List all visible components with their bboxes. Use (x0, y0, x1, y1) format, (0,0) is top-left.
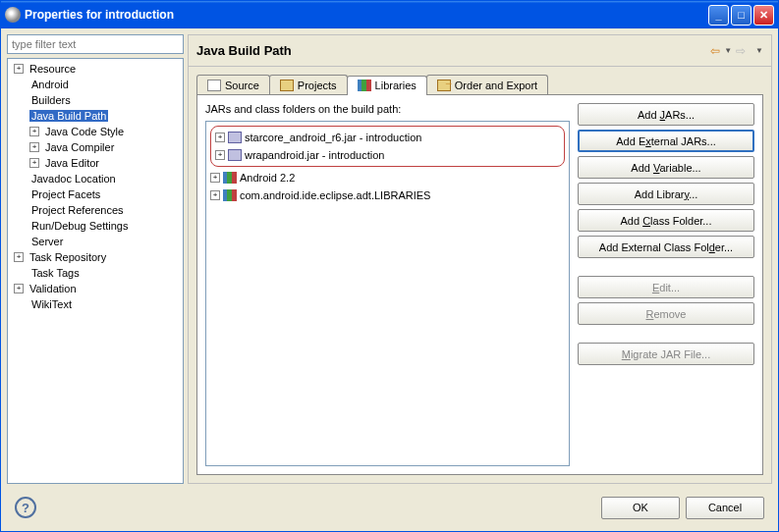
expand-icon[interactable]: + (210, 190, 220, 200)
back-menu-icon[interactable]: ▼ (724, 46, 732, 55)
tree-item-label: Project Facets (29, 188, 102, 200)
left-panel: +ResourceAndroidBuildersJava Build Path+… (7, 34, 184, 484)
maximize-button[interactable]: □ (731, 5, 751, 26)
tree-item-label: Java Editor (43, 157, 101, 169)
add-library-button[interactable]: Add Library... (578, 183, 754, 205)
tree-item[interactable]: WikiText (10, 296, 181, 312)
tab-content-libraries: JARs and class folders on the build path… (196, 95, 763, 475)
tree-item[interactable]: Run/Debug Settings (10, 218, 181, 234)
library-label: starcore_android_r6.jar - introduction (245, 132, 421, 143)
libraries-icon (358, 80, 371, 91)
tree-item-label: Run/Debug Settings (29, 220, 130, 232)
projects-icon (280, 80, 294, 91)
tree-item-label: Task Tags (29, 267, 82, 279)
expand-icon[interactable]: + (29, 158, 39, 168)
page-body: Source Projects Libraries Order and Expo… (189, 67, 771, 483)
library-label: wrapandroid.jar - introduction (245, 149, 384, 161)
tree-item-label: Android (29, 79, 71, 90)
expand-icon[interactable]: + (29, 142, 39, 152)
add-external-jars-button[interactable]: Add External JARs... (578, 130, 754, 152)
library-row[interactable]: +Android 2.2 (210, 169, 565, 186)
tree-item[interactable]: +Resource (10, 61, 181, 77)
ok-button[interactable]: OK (601, 497, 680, 519)
library-row[interactable]: +starcore_android_r6.jar - introduction (215, 129, 560, 146)
tree-item[interactable]: +Java Compiler (10, 139, 181, 155)
tree-item-label: Resource (28, 63, 78, 75)
library-label: Android 2.2 (240, 172, 295, 184)
forward-icon: ⇨ (736, 44, 746, 58)
libraries-description: JARs and class folders on the build path… (205, 103, 570, 115)
tree-item-label: Project References (29, 204, 126, 216)
expand-icon[interactable]: + (29, 127, 39, 136)
close-button[interactable]: ✕ (753, 5, 774, 26)
libraries-list[interactable]: +starcore_android_r6.jar - introduction+… (205, 121, 570, 466)
page-header: Java Build Path ⇦ ▼ ⇨ ▼ (189, 35, 771, 67)
app-icon (5, 7, 21, 23)
add-jars-button[interactable]: Add JARs... (578, 103, 754, 126)
tree-item[interactable]: +Java Code Style (10, 124, 181, 139)
expand-icon[interactable]: + (215, 150, 225, 160)
tree-item-label: Java Compiler (43, 141, 116, 153)
menu-icon[interactable]: ▼ (755, 46, 763, 55)
remove-button: Remove (578, 302, 754, 325)
jar-icon (228, 132, 242, 143)
tab-libraries[interactable]: Libraries (347, 76, 427, 95)
tree-item-label: Java Code Style (43, 126, 126, 137)
library-icon (223, 172, 237, 184)
tree-item[interactable]: +Validation (10, 281, 181, 296)
tree-item-label: Javadoc Location (29, 173, 118, 185)
back-icon[interactable]: ⇦ (710, 44, 720, 58)
tree-item[interactable]: Javadoc Location (10, 171, 181, 186)
help-icon[interactable]: ? (15, 497, 36, 518)
highlighted-jars: +starcore_android_r6.jar - introduction+… (210, 126, 565, 167)
cancel-button[interactable]: Cancel (686, 497, 764, 519)
tab-source[interactable]: Source (196, 75, 270, 94)
add-external-class-folder-button[interactable]: Add External Class Folder... (578, 236, 754, 258)
tree-item-label: Validation (28, 283, 79, 294)
tree-item[interactable]: Project Facets (10, 186, 181, 202)
tree-item[interactable]: Android (10, 77, 181, 92)
titlebar: Properties for introduction _ □ ✕ (1, 1, 778, 28)
tree-item[interactable]: +Java Editor (10, 155, 181, 171)
tree-item[interactable]: Project References (10, 202, 181, 218)
tree-item-label: Task Repository (28, 251, 108, 263)
properties-dialog: Properties for introduction _ □ ✕ +Resou… (0, 0, 779, 532)
tree-item-label: WikiText (29, 298, 74, 310)
tab-order-export[interactable]: Order and Export (426, 75, 548, 94)
window-controls: _ □ ✕ (708, 5, 774, 26)
library-icon (223, 189, 237, 201)
right-panel: Java Build Path ⇦ ▼ ⇨ ▼ Source Projects … (188, 34, 772, 484)
library-label: com.android.ide.eclipse.adt.LIBRARIES (240, 189, 430, 201)
expand-icon[interactable]: + (210, 173, 220, 183)
library-row[interactable]: +wrapandroid.jar - introduction (215, 146, 560, 164)
add-class-folder-button[interactable]: Add Class Folder... (578, 209, 754, 232)
bottom-bar: ? OK Cancel (7, 490, 772, 525)
tree-item-label: Java Build Path (29, 110, 108, 122)
tree-item-label: Builders (29, 94, 73, 106)
filter-input[interactable] (7, 34, 184, 54)
expand-icon[interactable]: + (14, 64, 24, 74)
tree-item[interactable]: Java Build Path (10, 108, 181, 124)
tree-item[interactable]: Task Tags (10, 265, 181, 281)
tab-projects[interactable]: Projects (269, 75, 348, 94)
expand-icon[interactable]: + (14, 284, 24, 293)
source-icon (207, 80, 221, 91)
tab-bar: Source Projects Libraries Order and Expo… (196, 75, 763, 95)
library-row[interactable]: +com.android.ide.eclipse.adt.LIBRARIES (210, 186, 565, 204)
tree-item[interactable]: +Task Repository (10, 249, 181, 265)
order-export-icon (437, 80, 451, 91)
main-area: +ResourceAndroidBuildersJava Build Path+… (7, 34, 772, 484)
tree-item[interactable]: Server (10, 234, 181, 249)
tree-item[interactable]: Builders (10, 92, 181, 108)
expand-icon[interactable]: + (14, 252, 24, 262)
navigation-tree[interactable]: +ResourceAndroidBuildersJava Build Path+… (7, 58, 184, 484)
add-variable-button[interactable]: Add Variable... (578, 156, 754, 179)
expand-icon[interactable]: + (215, 133, 225, 142)
minimize-button[interactable]: _ (708, 5, 729, 26)
nav-arrows: ⇦ ▼ ⇨ ▼ (710, 44, 763, 58)
content-area: +ResourceAndroidBuildersJava Build Path+… (1, 28, 778, 531)
migrate-jar-button: Migrate JAR File... (578, 343, 754, 365)
tree-item-label: Server (29, 236, 65, 247)
edit-button: Edit... (578, 276, 754, 298)
jar-icon (228, 149, 242, 161)
